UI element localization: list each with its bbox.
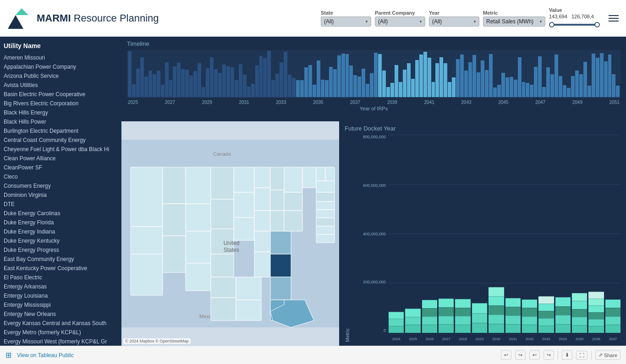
timeline-bar[interactable] — [214, 69, 218, 97]
timeline-bar[interactable] — [432, 82, 435, 97]
timeline-bar[interactable] — [153, 74, 156, 97]
timeline-bar[interactable] — [592, 54, 595, 97]
timeline-bar[interactable] — [321, 80, 324, 97]
timeline-bar[interactable] — [128, 51, 132, 97]
bar-column[interactable]: 2031 — [505, 135, 521, 333]
timeline-bar[interactable] — [460, 54, 464, 97]
redo-button[interactable]: ↪ — [515, 350, 526, 360]
sidebar-item[interactable]: Duke Energy Progress — [0, 245, 121, 255]
timeline-bar[interactable] — [538, 56, 542, 97]
timeline-bar[interactable] — [583, 62, 587, 97]
state-sc[interactable] — [270, 254, 291, 277]
timeline-bar[interactable] — [600, 53, 604, 97]
sidebar-item[interactable]: Entergy Mississippi — [0, 300, 121, 310]
timeline-bar[interactable] — [596, 58, 599, 97]
sidebar-item[interactable]: Avista Utilities — [0, 81, 121, 90]
state-la[interactable] — [236, 300, 261, 321]
bar-column[interactable]: 2025 — [405, 135, 420, 333]
timeline-bar[interactable] — [280, 62, 283, 97]
timeline-bar[interactable] — [567, 88, 571, 97]
timeline-bar[interactable] — [353, 75, 357, 97]
year-select-wrapper[interactable]: (All) — [429, 16, 479, 27]
sidebar-item[interactable]: CleanPower SF — [0, 163, 121, 172]
state-or[interactable] — [131, 227, 163, 254]
timeline-bar[interactable] — [481, 60, 484, 97]
timeline-bar[interactable] — [477, 72, 480, 97]
timeline-bar[interactable] — [612, 74, 615, 98]
timeline-bar[interactable] — [370, 73, 373, 97]
metric-select-wrapper[interactable]: Retail Sales (MWh) — [483, 16, 545, 27]
timeline-bar[interactable] — [518, 57, 522, 97]
timeline-bar[interactable] — [325, 80, 329, 97]
timeline-bar[interactable] — [341, 54, 345, 97]
sidebar-item[interactable]: DTE — [0, 200, 121, 209]
timeline-bar[interactable] — [226, 66, 230, 97]
state-ok[interactable] — [211, 277, 236, 298]
timeline-bar[interactable] — [497, 85, 501, 97]
timeline-bar[interactable] — [374, 53, 378, 97]
state-ga[interactable] — [270, 277, 291, 300]
timeline-bar[interactable] — [588, 86, 591, 97]
download-button[interactable]: ⬇ — [562, 350, 572, 360]
state-mi[interactable] — [270, 167, 284, 190]
state-wa[interactable] — [131, 167, 163, 227]
timeline-bar[interactable] — [510, 77, 513, 97]
undo-button[interactable]: ↩ — [501, 350, 511, 360]
timeline-bar[interactable] — [313, 85, 316, 97]
timeline-bar[interactable] — [493, 87, 497, 97]
timeline-bar[interactable] — [247, 87, 251, 97]
timeline-bar[interactable] — [333, 69, 337, 97]
timeline-bar[interactable] — [231, 67, 234, 97]
timeline-bar[interactable] — [173, 66, 176, 97]
timeline-bar[interactable] — [395, 65, 398, 97]
metric-select[interactable]: Retail Sales (MWh) — [483, 16, 545, 27]
state-vt[interactable] — [316, 167, 325, 181]
sidebar-item[interactable]: Entergy Louisiana — [0, 291, 121, 300]
timeline-bar[interactable] — [542, 87, 546, 97]
timeline-bar[interactable] — [452, 77, 456, 97]
timeline-bar[interactable] — [514, 80, 517, 97]
hamburger-menu[interactable] — [607, 13, 621, 23]
timeline-bar[interactable] — [169, 80, 173, 97]
state-ky[interactable] — [254, 211, 270, 231]
timeline-bar[interactable] — [546, 67, 550, 97]
timeline-bar[interactable] — [239, 64, 242, 97]
timeline-bar[interactable] — [555, 54, 558, 97]
sidebar-item[interactable]: Duke Energy Carolinas — [0, 209, 121, 218]
timeline-bar[interactable] — [157, 71, 160, 97]
state-tn[interactable] — [254, 231, 270, 252]
timeline-bar[interactable] — [210, 57, 214, 97]
state-va[interactable] — [284, 192, 302, 211]
timeline-bar[interactable] — [604, 61, 608, 97]
timeline-bar[interactable] — [419, 54, 423, 97]
state-select[interactable]: (All) — [321, 16, 371, 27]
timeline-bar[interactable] — [522, 82, 526, 97]
sidebar-item[interactable]: Burlington Electric Department — [0, 126, 121, 136]
bar-column[interactable]: 2024 — [389, 135, 404, 333]
timeline-bar[interactable] — [575, 71, 579, 97]
timeline-bar[interactable] — [386, 87, 390, 97]
state-nd[interactable] — [211, 167, 234, 199]
sidebar-item[interactable]: Entergy New Orleans — [0, 310, 121, 319]
timeline-bar[interactable] — [415, 60, 419, 97]
timeline-bar[interactable] — [411, 79, 415, 97]
timeline-bar[interactable] — [464, 71, 468, 97]
timeline-bar[interactable] — [235, 80, 238, 97]
timeline-bar[interactable] — [407, 63, 411, 97]
timeline-bar[interactable] — [534, 67, 538, 97]
sidebar-item[interactable]: Duke Energy Florida — [0, 218, 121, 227]
timeline-bar[interactable] — [222, 65, 226, 97]
timeline-chart[interactable] — [127, 50, 621, 98]
state-nm[interactable] — [186, 263, 211, 291]
sidebar-item[interactable]: Big Rivers Electric Corporation — [0, 99, 121, 108]
state-mn[interactable] — [234, 167, 254, 192]
timeline-bar[interactable] — [161, 85, 165, 97]
state-ks[interactable] — [211, 254, 234, 277]
timeline-bar[interactable] — [435, 63, 439, 97]
fullscreen-button[interactable]: ⛶ — [576, 351, 588, 360]
sidebar-item[interactable]: Clean Power Alliance — [0, 154, 121, 163]
state-mt[interactable] — [186, 167, 211, 204]
timeline-bar[interactable] — [263, 58, 267, 97]
bar-column[interactable]: 2030 — [489, 135, 504, 333]
sidebar-item[interactable]: Entergy Arkansas — [0, 282, 121, 291]
